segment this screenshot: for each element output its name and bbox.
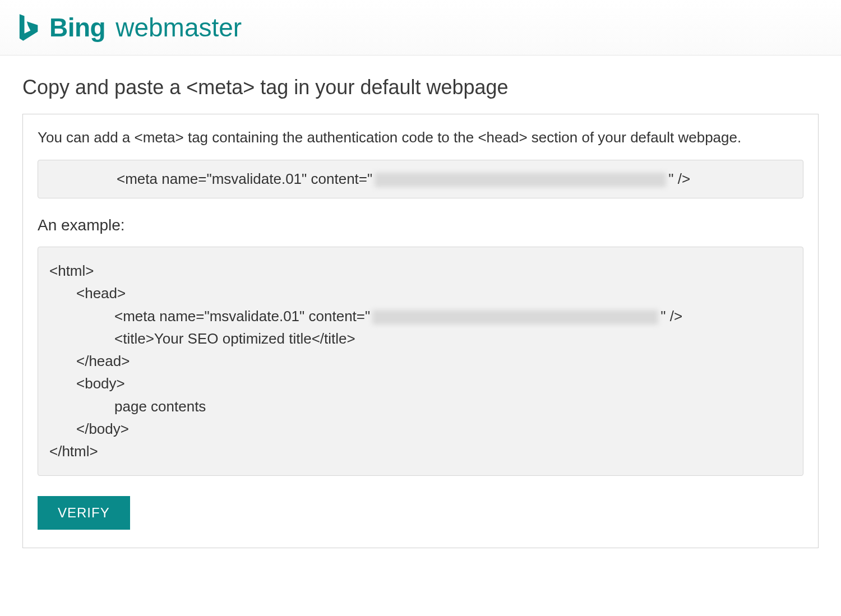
example-close-head: </head> [76,353,130,369]
app-header: Bing webmaster [0,0,841,55]
redacted-authentication-code [375,173,666,187]
example-label: An example: [38,216,803,234]
main-content: Copy and paste a <meta> tag in your defa… [0,55,841,568]
meta-suffix: " /> [668,170,690,187]
example-open-html: <html> [49,262,94,279]
example-body-content: page contents [114,398,206,415]
verify-button[interactable]: VERIFY [38,496,130,530]
example-code-block: <html> <head> <meta name="msvalidate.01"… [38,247,803,476]
verification-panel: You can add a <meta> tag containing the … [22,114,819,548]
webmaster-text: webmaster [115,12,242,43]
meta-tag-code[interactable]: <meta name="msvalidate.01" content="" /> [38,160,803,198]
page-title: Copy and paste a <meta> tag in your defa… [22,76,819,99]
example-close-html: </html> [49,443,98,460]
instruction-text: You can add a <meta> tag containing the … [38,129,803,146]
redacted-authentication-code [372,310,658,325]
meta-prefix: <meta name="msvalidate.01" content=" [117,170,372,187]
example-meta-suffix: " /> [660,308,682,325]
example-meta-prefix: <meta name="msvalidate.01" content=" [114,308,370,325]
example-close-body: </body> [76,420,129,437]
bing-brand-text: Bing [49,12,105,43]
bing-logo-icon [16,13,40,42]
example-open-body: <body> [76,375,125,392]
example-open-head: <head> [76,285,126,302]
example-title-line: <title>Your SEO optimized title</title> [114,330,355,347]
